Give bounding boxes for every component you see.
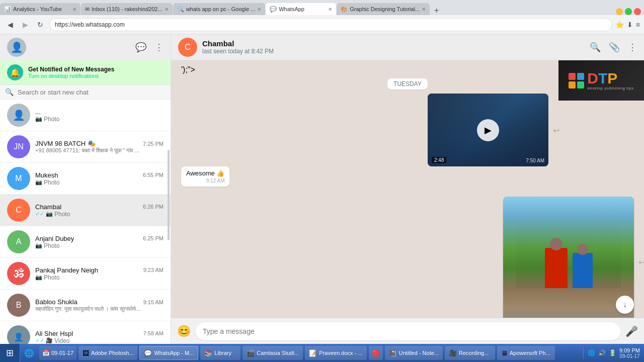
tab-close[interactable]: ✕ [72, 7, 76, 12]
tab-favicon-whatsapp: 💬 [270, 6, 277, 13]
message-awesome: Awesome 👍 9:12 AM [181, 166, 634, 187]
taskbar-whatsapp[interactable]: 💬 WhatsApp - M... [139, 346, 198, 360]
photo-container-1[interactable]: 4:55 PM [503, 197, 634, 318]
forward-button[interactable]: ▶ [19, 19, 31, 31]
chat-search-bar: 🔍 [0, 85, 171, 100]
new-tab-button[interactable]: + [430, 6, 443, 15]
dtp-color-squares [569, 73, 584, 88]
contact-name: Chambal [202, 39, 585, 48]
chat-name-ali: Ali Sher Hspl [35, 330, 73, 337]
taskbar-recording[interactable]: 🎥 Recording... [445, 346, 495, 360]
chat-info-ali: Ali Sher Hspl 7:58 AM ✓✓ 🎥 Video [35, 330, 164, 344]
chat-item-first[interactable]: 👤 ... 📷 Photo [0, 100, 171, 131]
tab-close[interactable]: ✕ [257, 7, 261, 12]
bookmark-icon[interactable]: ⭐ [615, 21, 624, 29]
search-chat-icon[interactable]: 🔍 [590, 42, 601, 53]
battery-icon: 🔋 [609, 349, 616, 356]
maximize-btn[interactable] [625, 8, 632, 15]
taskbar-apowersoft[interactable]: 🖥 Apowersoft Ph... [497, 346, 555, 360]
video-thumbnail[interactable]: ▶ 2:48 7:50 AM [428, 94, 548, 166]
tab-whatsapp-active[interactable]: 💬 WhatsApp ✕ [266, 3, 336, 15]
taskbar-notepad[interactable]: 📓 Untitled - Note... [385, 346, 443, 360]
chat-avatar-mukesh: M [7, 167, 30, 190]
volume-icon[interactable]: 🔊 [598, 349, 606, 356]
notification-link[interactable]: Turn on desktop notifications [28, 73, 114, 79]
attach-icon[interactable]: 📎 [609, 42, 620, 53]
dtp-sq-3 [569, 81, 576, 88]
taskbar-photoshop[interactable]: 🖼 Adobe Photosh... [78, 346, 137, 360]
camera-icon-pankaj: 📷 [35, 274, 42, 281]
tab-favicon: 📊 [4, 6, 11, 13]
settings-icon[interactable]: ≡ [636, 21, 640, 29]
photoshop-label: Adobe Photosh... [91, 350, 133, 356]
chat-item-mukesh[interactable]: M Mukesh 6:55 PM 📷 Photo [0, 163, 171, 195]
whatsapp-taskbar-icon: 💬 [144, 349, 152, 357]
tab-graphic[interactable]: 🎨 Graphic Designing Tutorial... ✕ [337, 3, 430, 15]
forward-arrow-photo1[interactable]: ↩ [638, 257, 644, 267]
chat-item-pankaj[interactable]: 🕉 Pankaj Pandey Neigh 9:23 AM 📷 Photo [0, 258, 171, 290]
start-button[interactable]: ⊞ [0, 344, 20, 362]
download-icon[interactable]: ⬇ [627, 21, 633, 29]
clock-display[interactable]: 9:09 PM 09-01-17 [619, 347, 640, 359]
tab-label: Inbox (110) - rakeshind202... [92, 6, 163, 12]
chat-search-input[interactable] [18, 88, 166, 96]
taskbar-library[interactable]: 📚 Library [200, 346, 240, 360]
search-icon: 🔍 [5, 88, 14, 96]
sidebar-header: 👤 💬 ⋮ [0, 34, 171, 60]
scroll-indicator [168, 150, 170, 240]
more-options-icon[interactable]: ⋮ [628, 42, 637, 53]
taskbar-ie[interactable]: 🌐 [21, 346, 37, 360]
tab-close[interactable]: ✕ [165, 7, 169, 12]
tab-inbox[interactable]: ✉ Inbox (110) - rakeshind202... ✕ [81, 3, 173, 15]
camtasia-icon: 🎬 [247, 349, 255, 357]
chat-main: C Chambal last seen today at 8:42 PM 🔍 📎… [171, 34, 644, 344]
taskbar-camtasia[interactable]: 🎬 Camtasia Studi... [243, 346, 303, 360]
tab-whatsapp-google[interactable]: 🔍 whats app on pc - Google ... ✕ [173, 3, 266, 15]
chat-item-anjani[interactable]: A Anjani Dubey 6:25 PM 📷 Photo [0, 226, 171, 258]
chat-item-babloo[interactable]: B Babloo Shukla 9:15 AM सहजोडिप गुण: पूस… [0, 290, 171, 321]
url-bar[interactable]: https://web.whatsapp.com [49, 18, 612, 31]
sidebar: 👤 💬 ⋮ 🔔 Get Notified of New Messages Tur… [0, 34, 171, 344]
tab-favicon-graphic: 🎨 [341, 6, 348, 13]
dtp-sq-4 [577, 81, 584, 88]
tab-close-graphic[interactable]: ✕ [422, 7, 426, 12]
taskbar-praveen[interactable]: 📝 Praveen.docx - ... [305, 346, 366, 360]
refresh-button[interactable]: ↻ [34, 19, 46, 31]
system-tray: 🌐 🔊 🔋 9:09 PM 09-01-17 [583, 347, 644, 359]
minimize-btn[interactable] [616, 8, 623, 15]
close-btn[interactable] [634, 8, 641, 15]
tab-close-active[interactable]: ✕ [328, 7, 332, 12]
taskbar-red[interactable]: 🔴 [369, 346, 383, 360]
play-button[interactable]: ▶ [477, 119, 499, 141]
new-chat-icon[interactable]: 💬 [135, 42, 146, 53]
library-icon: 📚 [204, 349, 212, 357]
back-button[interactable]: ◀ [4, 19, 16, 31]
address-bar: ◀ ▶ ↻ https://web.whatsapp.com ⭐ ⬇ ≡ [0, 15, 644, 34]
mic-button[interactable]: 🎤 [625, 325, 638, 337]
ie-icon: 🌐 [24, 348, 34, 358]
chat-avatar-first: 👤 [7, 104, 30, 127]
chat-item-jnvm[interactable]: JN JNVM 98 BATCH 🎭 7:25 PM +91 88005 477… [0, 131, 171, 163]
menu-icon[interactable]: ⋮ [154, 42, 164, 53]
chat-info-pankaj: Pankaj Pandey Neigh 9:23 AM 📷 Photo [35, 266, 164, 281]
chat-time-anjani: 6:25 PM [143, 235, 164, 241]
date-icon: 📅 [42, 349, 50, 356]
msg-text: Awesome 👍 [186, 169, 224, 177]
chat-item-ali[interactable]: 👤 Ali Sher Hspl 7:58 AM ✓✓ 🎥 Video [0, 321, 171, 344]
library-label: Library [214, 350, 231, 356]
taskbar-date-item[interactable]: 📅 09-01-17 [39, 346, 76, 360]
chat-avatar-babloo: B [7, 294, 30, 317]
scroll-to-bottom[interactable]: ↓ [616, 296, 634, 314]
contact-avatar[interactable]: C [178, 38, 197, 57]
clock-date: 09-01-17 [620, 353, 640, 359]
chat-name-anjani: Anjani Dubey [35, 235, 74, 242]
tab-label: Analytics - YouTube [13, 6, 70, 12]
chat-item-chambal[interactable]: C Chambal 6:26 PM ✓✓ 📷 Photo [0, 195, 171, 226]
message-input[interactable] [196, 322, 620, 340]
tab-analytics[interactable]: 📊 Analytics - YouTube ✕ [0, 3, 80, 15]
forward-arrow-video[interactable]: ↩ [553, 125, 559, 135]
sidebar-user-avatar[interactable]: 👤 [7, 38, 26, 57]
dtp-subtitle: desktop publishing tips [587, 86, 633, 90]
recording-label: Recording... [459, 350, 489, 356]
emoji-button[interactable]: 😊 [177, 325, 191, 338]
